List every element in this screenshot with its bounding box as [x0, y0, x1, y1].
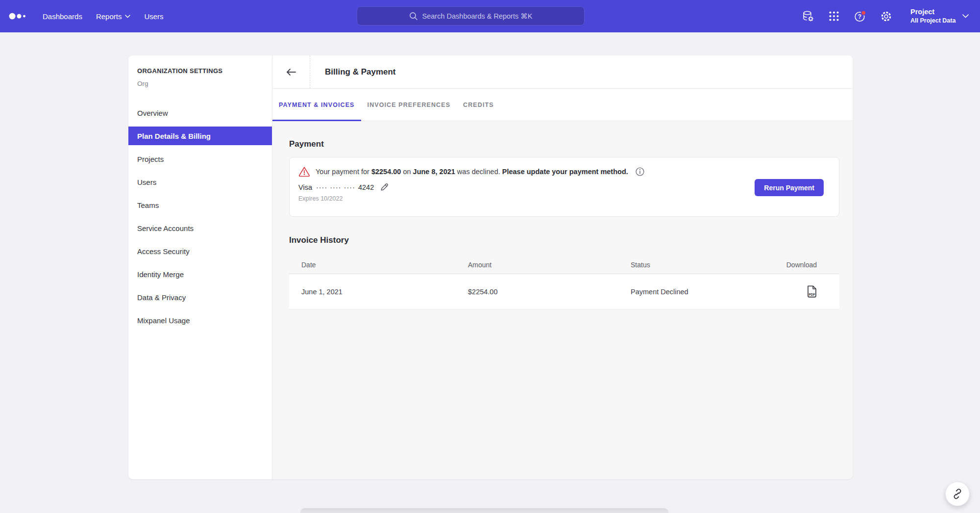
- sidebar-item-mixpanel-usage[interactable]: Mixpanel Usage: [128, 311, 272, 330]
- card-brand: Visa: [298, 183, 312, 191]
- mixpanel-logo[interactable]: [9, 11, 29, 21]
- pdf-file-icon[interactable]: PDF: [806, 285, 818, 298]
- chevron-down-icon: [125, 15, 130, 18]
- sidebar-item-access-security[interactable]: Access Security: [128, 242, 272, 260]
- org-name: Org: [128, 80, 272, 87]
- card-last4: 4242: [358, 183, 374, 191]
- project-switcher[interactable]: Project All Project Data: [910, 7, 969, 25]
- sidebar-item-users[interactable]: Users: [128, 173, 272, 191]
- project-switcher-subtitle: All Project Data: [910, 17, 956, 25]
- sidebar-nav: Overview Plan Details & Billing Projects…: [128, 103, 272, 330]
- col-header-amount: Amount: [456, 261, 618, 269]
- sidebar-item-overview[interactable]: Overview: [128, 103, 272, 122]
- data-management-icon[interactable]: [799, 7, 817, 26]
- alert-emphasis: Please update your payment method.: [502, 168, 628, 176]
- payment-card: Your payment for $2254.00 on June 8, 202…: [289, 157, 839, 217]
- nav-reports[interactable]: Reports: [89, 0, 138, 32]
- payment-declined-alert: Your payment for $2254.00 on June 8, 202…: [298, 166, 830, 177]
- copy-link-button[interactable]: [945, 482, 970, 506]
- org-settings-sidebar: ORGANIZATION SETTINGS Org Overview Plan …: [128, 55, 272, 479]
- project-switcher-title: Project: [910, 7, 956, 17]
- billing-content: Payment Your payment for $2254.00 on Jun…: [272, 121, 853, 479]
- tab-credits[interactable]: CREDITS: [457, 89, 500, 121]
- info-circle-icon[interactable]: [635, 167, 645, 177]
- sidebar-item-teams[interactable]: Teams: [128, 196, 272, 214]
- svg-text:?: ?: [858, 13, 861, 20]
- link-icon: [952, 488, 963, 500]
- rerun-payment-button[interactable]: Rerun Payment: [755, 179, 824, 196]
- navbar-right-cluster: ? Project All Project Data: [799, 0, 969, 32]
- invoice-table-header: Date Amount Status Download: [289, 256, 839, 274]
- nav-dashboards[interactable]: Dashboards: [36, 0, 89, 32]
- alert-amount: $2254.00: [371, 168, 401, 176]
- sidebar-item-service-accounts[interactable]: Service Accounts: [128, 219, 272, 237]
- search-icon: [409, 12, 418, 21]
- tab-payment-invoices[interactable]: PAYMENT & INVOICES: [272, 89, 361, 121]
- nav-reports-label: Reports: [96, 12, 122, 21]
- card-expiry: Expires 10/2022: [298, 195, 830, 202]
- page-title: Billing & Payment: [310, 55, 396, 88]
- warning-triangle-icon: [298, 166, 310, 177]
- alert-date: June 8, 2021: [413, 168, 455, 176]
- settings-gear-icon[interactable]: [877, 7, 895, 26]
- sidebar-item-data-privacy[interactable]: Data & Privacy: [128, 288, 272, 307]
- sidebar-item-plan-details-billing[interactable]: Plan Details & Billing: [128, 127, 272, 145]
- search-input[interactable]: Search Dashboards & Reports ⌘K: [357, 6, 585, 26]
- nav-users[interactable]: Users: [137, 0, 170, 32]
- payment-section-heading: Payment: [289, 139, 839, 149]
- settings-panel: ORGANIZATION SETTINGS Org Overview Plan …: [128, 55, 853, 479]
- sidebar-item-projects[interactable]: Projects: [128, 150, 272, 168]
- page-header: Billing & Payment: [272, 55, 853, 89]
- sidebar-item-identity-merge[interactable]: Identity Merge: [128, 265, 272, 283]
- billing-main-column: Billing & Payment PAYMENT & INVOICES INV…: [272, 55, 853, 479]
- col-header-date: Date: [289, 261, 456, 269]
- invoice-row: June 1, 2021 $2254.00 Payment Declined P…: [289, 274, 839, 309]
- sidebar-section-title: ORGANIZATION SETTINGS: [128, 67, 272, 75]
- billing-tab-bar: PAYMENT & INVOICES INVOICE PREFERENCES C…: [272, 89, 853, 121]
- invoice-status: Payment Declined: [618, 288, 756, 296]
- chevron-down-icon: [962, 14, 969, 18]
- alert-text: Your payment for $2254.00 on June 8, 202…: [316, 168, 628, 176]
- invoice-history-heading: Invoice History: [289, 235, 839, 245]
- card-masked-digits: ···· ···· ····: [316, 183, 355, 191]
- search-placeholder: Search Dashboards & Reports ⌘K: [422, 12, 533, 20]
- apps-grid-icon[interactable]: [825, 7, 843, 26]
- svg-text:PDF: PDF: [808, 293, 815, 296]
- card-on-file: Visa ···· ···· ···· 4242: [298, 182, 830, 192]
- invoice-amount: $2254.00: [456, 288, 618, 296]
- back-button[interactable]: [272, 55, 310, 88]
- invoice-history-table: Date Amount Status Download June 1, 2021…: [289, 256, 839, 309]
- top-navbar: Dashboards Reports Users Search Dashboar…: [0, 0, 980, 32]
- nav-dashboards-label: Dashboards: [43, 12, 82, 21]
- tab-invoice-preferences[interactable]: INVOICE PREFERENCES: [361, 89, 457, 121]
- help-icon[interactable]: ?: [851, 7, 869, 26]
- invoice-date: June 1, 2021: [289, 288, 456, 296]
- bottom-sheet-shadow: [300, 508, 669, 513]
- col-header-status: Status: [618, 261, 756, 269]
- pencil-edit-icon[interactable]: [380, 182, 389, 192]
- back-arrow-icon: [286, 68, 296, 76]
- nav-users-label: Users: [144, 12, 163, 21]
- col-header-download: Download: [756, 261, 839, 269]
- primary-nav: Dashboards Reports Users: [36, 0, 171, 32]
